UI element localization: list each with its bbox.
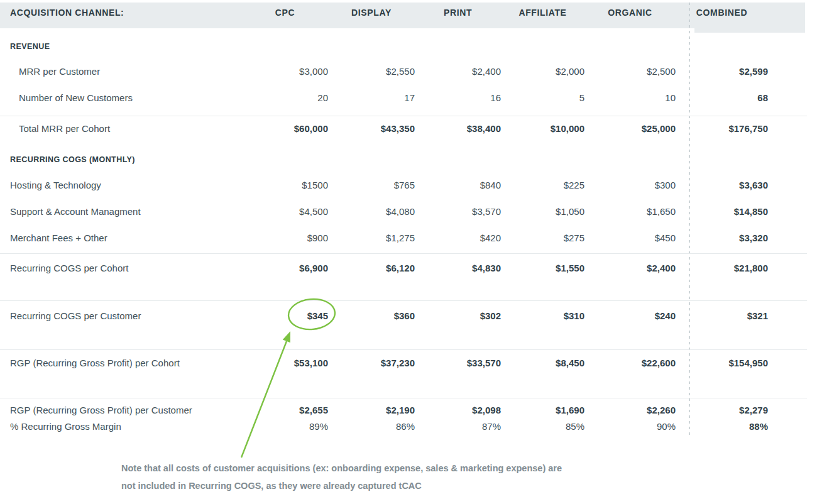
value-cell: $1,690 [501, 405, 584, 415]
value-cell: $765 [328, 180, 415, 190]
value-cell-combined: $154,950 [676, 358, 768, 368]
value-cell-combined: $3,320 [676, 233, 768, 243]
value-cell: $4,500 [242, 206, 328, 217]
table-row-cogs-per-cohort: Recurring COGS per Cohort $6,900 $6,120 … [0, 261, 768, 274]
value-cell: $10,000 [501, 123, 584, 134]
value-cell: 85% [501, 421, 584, 432]
value-cell: $22,600 [584, 358, 676, 368]
value-cell: 87% [415, 421, 501, 432]
table-header-row: ACQUISITION CHANNEL: CPC DISPLAY PRINT A… [0, 6, 768, 19]
value-cell: 10 [584, 92, 676, 103]
value-cell: $1,275 [328, 233, 415, 243]
column-header-print: PRINT [415, 8, 501, 18]
value-cell: $900 [242, 233, 328, 243]
value-cell: $3,570 [415, 206, 501, 217]
value-cell: $360 [328, 310, 415, 321]
value-cell-combined: $176,750 [676, 123, 768, 134]
value-cell: $37,230 [328, 358, 415, 368]
value-cell: $240 [584, 310, 676, 321]
value-cell: $38,400 [415, 123, 501, 134]
value-cell: $2,260 [584, 405, 676, 415]
column-header-display: DISPLAY [328, 8, 415, 18]
row-label: Recurring COGS per Customer [0, 310, 242, 321]
table-row-hosting: Hosting & Technology $1500 $765 $840 $22… [0, 178, 768, 191]
value-cell: 5 [501, 92, 584, 103]
section-header-revenue: REVENUE [0, 40, 768, 53]
value-cell: $225 [501, 180, 584, 190]
row-label: Support & Account Managment [0, 206, 242, 217]
value-cell: $6,900 [242, 263, 328, 273]
value-cell: $450 [584, 233, 676, 243]
value-cell-highlighted: $345 [242, 310, 328, 321]
value-cell: $6,120 [328, 263, 415, 273]
value-cell: $43,350 [328, 123, 415, 134]
separator [0, 300, 807, 301]
value-cell-combined: $321 [676, 310, 768, 321]
value-cell-combined: $2,279 [676, 405, 768, 415]
row-label: Total MRR per Cohort [0, 123, 242, 134]
value-cell-combined: 68 [676, 92, 768, 103]
green-arrowhead [283, 331, 290, 342]
value-cell: 17 [328, 92, 415, 103]
table-row-support: Support & Account Managment $4,500 $4,08… [0, 205, 768, 217]
section-header-cogs: RECURRING COGS (MONTHLY) [0, 153, 768, 166]
value-cell: $3,000 [242, 66, 328, 77]
row-label: Recurring COGS per Cohort [0, 263, 242, 273]
footnote-line-2: not included in Recurring COGS, as they … [121, 477, 599, 495]
value-cell: $1,050 [501, 206, 584, 217]
table-row-merchant-fees: Merchant Fees + Other $900 $1,275 $420 $… [0, 231, 768, 244]
value-cell: $4,080 [328, 206, 415, 217]
column-header-combined: COMBINED [676, 8, 768, 18]
value-cell-combined: $21,800 [676, 263, 768, 273]
section-label: REVENUE [0, 42, 242, 51]
table-row-rgp-per-customer: RGP (Recurring Gross Profit) per Custome… [0, 403, 768, 416]
value-cell: $4,830 [415, 263, 501, 273]
value-cell: $2,098 [415, 405, 501, 415]
value-cell: $33,570 [415, 358, 501, 368]
value-cell-combined: $3,630 [676, 180, 768, 190]
value-cell: 16 [415, 92, 501, 103]
table-row-new-customers: Number of New Customers 20 17 16 5 10 68 [0, 91, 768, 104]
value-cell: 20 [242, 92, 328, 103]
value-cell-combined: 88% [676, 421, 768, 432]
value-cell: $275 [501, 233, 584, 243]
row-label: MRR per Customer [0, 66, 242, 77]
value-cell: $302 [415, 310, 501, 321]
value-cell: $1,550 [501, 263, 584, 273]
footnote-line-1: Note that all costs of customer acquisit… [121, 459, 599, 477]
row-label: Merchant Fees + Other [0, 233, 242, 243]
column-header-cpc: CPC [242, 8, 328, 18]
acquisition-channel-label: ACQUISITION CHANNEL: [0, 8, 242, 18]
value-cell: $2,400 [415, 66, 501, 77]
value-cell: $1,650 [584, 206, 676, 217]
value-cell: $840 [415, 180, 501, 190]
column-header-affiliate: AFFILIATE [501, 8, 584, 18]
value-cell: $310 [501, 310, 584, 321]
footnote: Note that all costs of customer acquisit… [121, 459, 599, 495]
row-label: Number of New Customers [0, 92, 242, 103]
value-cell: $2,400 [584, 263, 676, 273]
table-row-mrr-per-customer: MRR per Customer $3,000 $2,550 $2,400 $2… [0, 65, 768, 77]
separator [0, 116, 807, 116]
value-cell-combined: $2,599 [676, 66, 768, 77]
table-row-gross-margin: % Recurring Gross Margin 89% 86% 87% 85%… [0, 420, 768, 432]
separator [0, 349, 807, 350]
row-label: RGP (Recurring Gross Profit) per Custome… [0, 405, 242, 415]
value-cell: 89% [242, 421, 328, 432]
table-row-cogs-per-customer: Recurring COGS per Customer $345 $360 $3… [0, 309, 768, 322]
value-cell: $2,000 [501, 66, 584, 77]
value-cell: $60,000 [242, 123, 328, 134]
value-cell: $8,450 [501, 358, 584, 368]
value-cell: $25,000 [584, 123, 676, 134]
value-cell: $2,655 [242, 405, 328, 415]
value-cell: 86% [328, 421, 415, 432]
value-cell-combined: $14,850 [676, 206, 768, 217]
value-cell: $2,550 [328, 66, 415, 77]
row-label: RGP (Recurring Gross Profit) per Cohort [0, 358, 242, 368]
row-label: % Recurring Gross Margin [0, 421, 242, 432]
separator [0, 398, 807, 398]
value-cell: $2,190 [328, 405, 415, 415]
separator [0, 253, 807, 254]
value-cell: $1500 [242, 180, 328, 190]
column-header-organic: ORGANIC [584, 8, 676, 18]
